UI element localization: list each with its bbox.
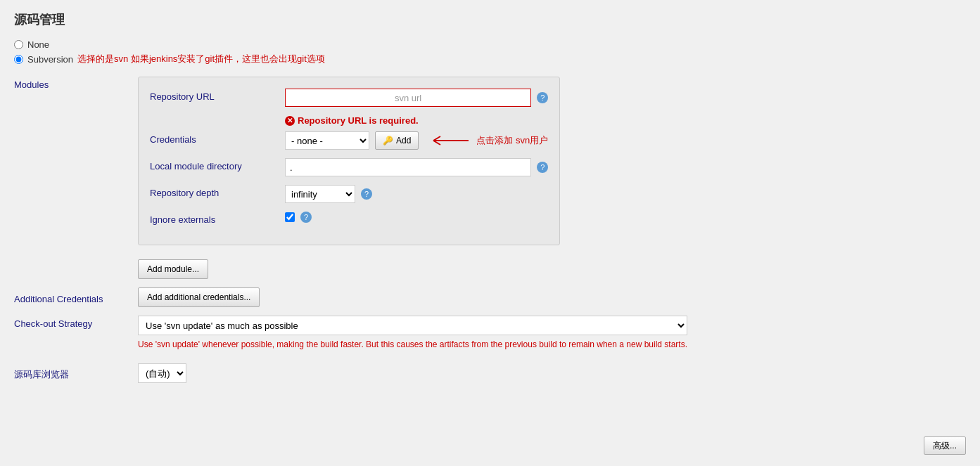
repo-url-help-icon[interactable]: ? — [537, 92, 548, 103]
modules-section: Modules Repository URL svn url — [14, 77, 687, 383]
none-radio[interactable] — [14, 40, 23, 49]
modules-row: Modules Repository URL svn url — [14, 77, 560, 279]
none-radio-item[interactable]: None — [14, 39, 966, 50]
arrow-svg — [430, 134, 472, 148]
error-row: ✕ Repository URL is required. — [285, 115, 548, 126]
source-browser-control: (自动) — [138, 363, 186, 383]
ignore-externals-help-icon[interactable]: ? — [300, 212, 312, 223]
add-icon: 🔑 — [383, 136, 393, 145]
checkout-strategy-label: Check-out Strategy — [14, 316, 127, 329]
repo-depth-control: infinity immediates files empty ? — [285, 185, 548, 203]
modules-panel: Repository URL svn url ? — [138, 77, 560, 279]
page-title: 源码管理 — [14, 11, 966, 28]
additional-credentials-section: Additional Credentials Add additional cr… — [14, 287, 260, 307]
subversion-radio-item[interactable]: Subversion 选择的是svn 如果jenkins安装了git插件，这里也… — [14, 53, 966, 65]
credentials-annotation-group: 点击添加 svn用户 — [430, 134, 548, 148]
page-container: 源码管理 None Subversion 选择的是svn 如果jenkins安装… — [0, 0, 980, 466]
source-browser-section: 源码库浏览器 (自动) — [14, 363, 186, 383]
repo-depth-select[interactable]: infinity immediates files empty — [285, 185, 355, 203]
ignore-externals-control: ? — [285, 212, 548, 223]
subversion-radio[interactable] — [14, 55, 23, 64]
checkout-hint: Use 'svn update' whenever possible, maki… — [138, 339, 687, 349]
modules-inner-panel: Repository URL svn url ? — [138, 77, 560, 245]
credentials-control: - none - 🔑 Add — [285, 131, 548, 150]
repo-url-input-wrapper: svn url — [285, 89, 531, 107]
ignore-externals-label: Ignore externals — [150, 212, 276, 225]
add-module-button[interactable]: Add module... — [138, 259, 208, 279]
repo-depth-label: Repository depth — [150, 185, 276, 198]
main-content: Modules Repository URL svn url — [14, 71, 966, 393]
credentials-label: Credentials — [150, 131, 276, 145]
modules-section-label: Modules — [14, 77, 127, 90]
credentials-select[interactable]: - none - — [285, 131, 369, 150]
add-credentials-button[interactable]: 🔑 Add — [375, 131, 419, 150]
advanced-button[interactable]: 高级... — [924, 436, 966, 455]
none-label: None — [27, 39, 49, 50]
source-browser-select[interactable]: (自动) — [138, 363, 186, 383]
repo-url-label: Repository URL — [150, 89, 276, 102]
credentials-row: Credentials - none - 🔑 Add — [150, 131, 548, 150]
local-module-input[interactable] — [285, 158, 531, 176]
repo-url-control: svn url ? — [285, 89, 548, 107]
repo-url-input[interactable] — [285, 89, 531, 107]
add-additional-credentials-button[interactable]: Add additional credentials... — [138, 287, 260, 307]
local-module-help-icon[interactable]: ? — [537, 162, 548, 173]
error-icon: ✕ — [285, 116, 295, 126]
local-module-control: ? — [285, 158, 548, 176]
ignore-externals-row: Ignore externals ? — [150, 212, 548, 225]
scm-radio-group: None Subversion 选择的是svn 如果jenkins安装了git插… — [14, 39, 966, 65]
svn-hint-text: 选择的是svn 如果jenkins安装了git插件，这里也会出现git选项 — [77, 53, 325, 65]
ignore-externals-checkbox[interactable] — [285, 212, 295, 222]
checkout-strategy-control: Use 'svn update' as much as possible Alw… — [138, 316, 687, 349]
credentials-annotation-text: 点击添加 svn用户 — [476, 134, 548, 147]
subversion-label: Subversion — [27, 54, 73, 65]
additional-credentials-label: Additional Credentials — [14, 291, 127, 304]
source-browser-label: 源码库浏览器 — [14, 365, 127, 381]
repo-depth-help-icon[interactable]: ? — [361, 188, 372, 200]
checkout-strategy-section: Check-out Strategy Use 'svn update' as m… — [14, 316, 687, 349]
repo-url-error: ✕ Repository URL is required. — [285, 115, 548, 126]
local-module-label: Local module directory — [150, 158, 276, 171]
repo-depth-row: Repository depth infinity immediates fil… — [150, 185, 548, 203]
checkout-strategy-select[interactable]: Use 'svn update' as much as possible Alw… — [138, 316, 687, 335]
repo-url-row: Repository URL svn url ? — [150, 89, 548, 107]
local-module-row: Local module directory ? — [150, 158, 548, 176]
